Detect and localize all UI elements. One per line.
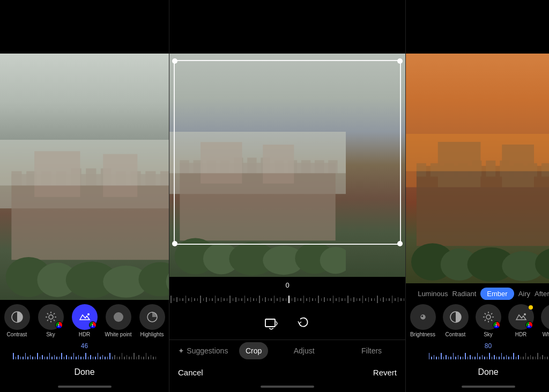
tool-sky-p3[interactable]: 1 Sky: [473, 304, 503, 337]
p3-ruler-ticks: [429, 353, 548, 359]
tool-brightness[interactable]: Brightness: [408, 304, 437, 337]
suggestions-icon: ✦: [178, 346, 184, 355]
panel3-done-button[interactable]: Done: [406, 361, 549, 383]
adjust-label: Adjust: [294, 346, 315, 355]
svg-rect-58: [265, 319, 275, 327]
svg-line-29: [47, 313, 48, 314]
tab-crop[interactable]: Crop: [239, 342, 268, 359]
revert-button[interactable]: Revert: [373, 368, 397, 377]
panel3-ruler[interactable]: [406, 351, 549, 361]
svg-line-91: [491, 313, 492, 314]
svg-line-32: [47, 320, 48, 321]
filter-airy[interactable]: Airy: [518, 290, 530, 298]
tool-hdr[interactable]: 1 HDR: [70, 304, 99, 337]
tool-hdr-p3[interactable]: 1 HDR: [506, 304, 536, 337]
panel1-top-black: [0, 0, 169, 54]
filter-afterglow[interactable]: Afterglo: [535, 290, 549, 298]
panel1-controls: Contrast 1: [0, 300, 169, 392]
sky-label-p3: Sky: [484, 331, 493, 337]
crop-ruler-value: 0: [285, 281, 289, 289]
svg-line-89: [484, 313, 485, 314]
tool-highlights[interactable]: Highlights: [137, 304, 167, 337]
tab-filters[interactable]: Filters: [338, 340, 405, 361]
panel3-image: [406, 54, 549, 283]
crop-ruler-area: 0: [169, 277, 405, 310]
panel2-image: [169, 54, 405, 277]
tool-contrast[interactable]: Contrast: [2, 304, 32, 337]
hdr-icon-btn-p3[interactable]: 1: [508, 304, 534, 330]
crop-label: Crop: [246, 346, 262, 355]
hdr-icon-btn[interactable]: 1: [72, 304, 98, 330]
whitepoint-label-p3: White poi: [543, 331, 549, 337]
panel3-castle-image: [406, 54, 549, 283]
sky-badge: 1: [55, 321, 63, 329]
panel2-castle-image: [169, 54, 405, 277]
panel1-done-button[interactable]: Done: [0, 361, 169, 383]
panel1-tool-strip: Contrast 1: [0, 300, 169, 340]
panel1-image: [0, 54, 169, 300]
sky-label: Sky: [46, 331, 55, 337]
tool-sky[interactable]: 1 Sky: [36, 304, 65, 337]
svg-point-33: [87, 313, 90, 315]
tab-suggestions[interactable]: ✦ Suggestions: [169, 340, 237, 361]
crop-long-ruler[interactable]: [169, 291, 405, 307]
svg-point-93: [524, 313, 526, 315]
crop-aspect-button[interactable]: [262, 314, 281, 333]
contrast-label: Contrast: [7, 331, 27, 337]
hdr-yellow-dot: [529, 305, 533, 310]
brightness-label: Brightness: [410, 331, 435, 337]
hdr-badge-p3: 1: [525, 321, 533, 329]
panel2-tabs: ✦ Suggestions Crop Adjust Filters: [169, 340, 405, 361]
svg-rect-57: [169, 132, 346, 173]
hdr-badge: 1: [89, 321, 97, 329]
panel3-controls: Luminous Radiant Ember Airy Afterglo Bri…: [406, 283, 549, 392]
filter-radiant[interactable]: Radiant: [452, 290, 477, 298]
whitepoint-icon-btn-p3[interactable]: [541, 304, 550, 330]
tab-adjust[interactable]: Adjust: [270, 340, 338, 361]
panel1-castle-image: [0, 54, 169, 300]
crop-corner-br[interactable]: [397, 241, 403, 246]
sky-icon-btn-p3[interactable]: 1: [476, 304, 501, 330]
whitepoint-icon-btn[interactable]: [106, 304, 131, 330]
hdr-label: HDR: [79, 331, 91, 337]
filter-ember[interactable]: Ember: [480, 288, 514, 300]
sky-badge-p3: 1: [493, 321, 500, 329]
panel1-ruler[interactable]: [0, 351, 169, 361]
svg-point-34: [114, 312, 123, 322]
highlights-label: Highlights: [140, 331, 164, 337]
crop-corner-tl[interactable]: [172, 58, 177, 64]
ruler-ticks: [13, 353, 156, 359]
panel2-home-bar: [261, 386, 314, 388]
whitepoint-label: White point: [105, 331, 131, 337]
tool-whitepoint-p3[interactable]: White poi: [539, 304, 549, 337]
sky-icon-btn[interactable]: 1: [38, 304, 64, 330]
svg-point-84: [486, 315, 491, 319]
crop-tools-row: [169, 310, 405, 337]
filter-luminous[interactable]: Luminous: [418, 290, 448, 298]
filters-label: Filters: [361, 346, 382, 355]
panel2-controls: 0 ✦ Suggestio: [169, 277, 405, 392]
contrast-icon-btn-p3[interactable]: [443, 304, 469, 330]
contrast-label-p3: Contrast: [446, 331, 466, 337]
svg-line-30: [54, 320, 55, 321]
filter-name-strip: Luminous Radiant Ember Airy Afterglo: [406, 283, 549, 302]
cancel-revert-row: Cancel Revert: [169, 361, 405, 383]
tool-contrast-p3[interactable]: Contrast: [441, 304, 470, 337]
crop-corner-tr[interactable]: [397, 58, 403, 64]
cancel-button[interactable]: Cancel: [178, 368, 203, 377]
svg-line-90: [491, 320, 492, 321]
tool-whitepoint[interactable]: White point: [103, 304, 133, 337]
panel3-top-black: [406, 0, 549, 54]
hdr-value: 46: [81, 342, 88, 350]
panel-2: 0 ✦ Suggestio: [169, 0, 406, 392]
panel3-home-bar: [462, 386, 515, 388]
panel-1: Contrast 1: [0, 0, 169, 392]
rotate-button[interactable]: [294, 314, 313, 333]
highlights-icon-btn[interactable]: [139, 304, 165, 330]
brightness-icon-btn[interactable]: [410, 304, 436, 330]
svg-rect-22: [0, 140, 169, 185]
panel3-tool-strip: Brightness Contrast: [406, 302, 549, 340]
svg-point-24: [49, 315, 53, 319]
contrast-icon-btn[interactable]: [4, 304, 30, 330]
p3-active-value: 80: [485, 342, 492, 350]
